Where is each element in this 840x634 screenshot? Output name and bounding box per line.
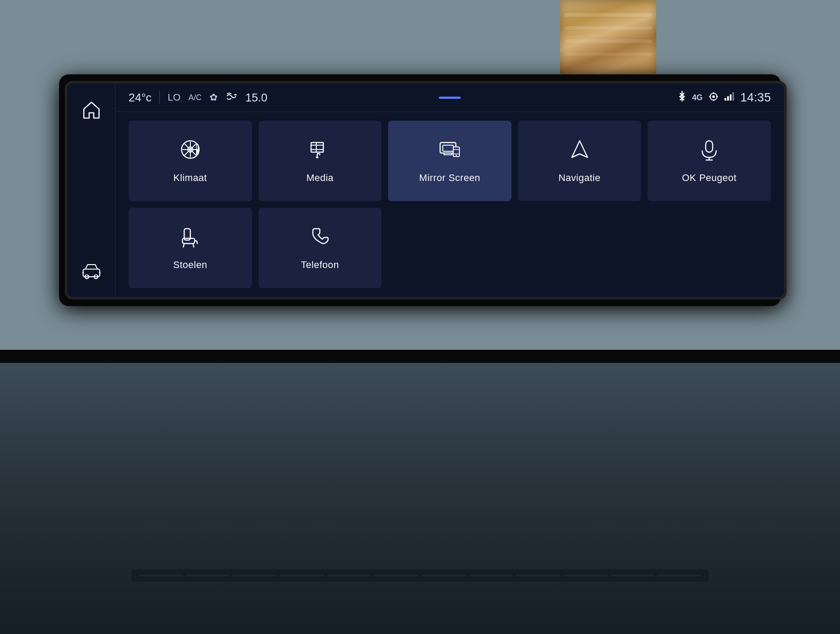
svg-rect-27	[316, 143, 323, 152]
svg-line-6	[235, 94, 236, 95]
sidebar	[67, 84, 116, 297]
ok-peugeot-tile[interactable]: OK Peugeot	[648, 121, 771, 201]
telefoon-icon	[308, 225, 331, 251]
fan-icon: ✿	[210, 92, 217, 103]
mirror-screen-tile[interactable]: Mirror Screen	[388, 121, 511, 201]
svg-rect-17	[732, 92, 734, 101]
media-icon	[308, 138, 331, 164]
bluetooth-icon	[678, 91, 686, 105]
gps-icon	[709, 92, 718, 104]
telefoon-tile[interactable]: Telefoon	[259, 208, 382, 288]
page-indicator[interactable]	[439, 97, 461, 99]
empty-tile-5	[648, 208, 771, 288]
stoelen-tile[interactable]: Stoelen	[129, 208, 252, 288]
klimaat-label: Klimaat	[173, 172, 207, 184]
empty-tile-4	[518, 208, 641, 288]
svg-point-31	[316, 157, 318, 158]
svg-rect-33	[443, 145, 453, 151]
svg-line-46	[193, 244, 194, 247]
svg-line-45	[183, 244, 184, 247]
signal-strength-icon	[724, 92, 734, 103]
svg-rect-16	[730, 94, 732, 101]
empty-tile-3	[388, 208, 511, 288]
fan-mode-display: LO	[168, 92, 180, 103]
telefoon-label: Telefoon	[301, 259, 339, 271]
media-tile[interactable]: Media	[259, 121, 382, 201]
home-button[interactable]	[78, 97, 105, 123]
svg-rect-26	[311, 143, 323, 152]
stoelen-icon	[179, 225, 202, 251]
divider	[159, 91, 160, 104]
app-row-2: Stoelen Telefoon	[129, 208, 771, 288]
svg-rect-40	[706, 141, 713, 152]
app-grid: Klimaat	[116, 112, 784, 297]
navigatie-label: Navigatie	[558, 172, 600, 184]
svg-rect-34	[444, 153, 452, 155]
status-bar: 24°c LO A/C ✿	[116, 84, 784, 112]
ok-peugeot-label: OK Peugeot	[682, 172, 737, 184]
temperature-display: 24°c	[129, 91, 151, 105]
ac-label: A/C	[189, 93, 202, 102]
car-button[interactable]	[78, 258, 105, 284]
svg-point-13	[712, 95, 715, 98]
svg-marker-39	[572, 141, 588, 157]
mirror-screen-icon	[438, 138, 461, 164]
navigatie-icon	[568, 138, 591, 164]
signal-4g-icon: 4G	[692, 93, 703, 102]
vent-strip	[131, 569, 709, 582]
klimaat-icon	[179, 138, 202, 164]
clock-display: 14:35	[740, 91, 771, 105]
app-row-1: Klimaat	[129, 121, 771, 201]
ok-peugeot-icon	[698, 138, 721, 164]
svg-point-38	[455, 155, 457, 156]
stoelen-label: Stoelen	[173, 259, 207, 271]
mirror-screen-label: Mirror Screen	[419, 172, 480, 184]
svg-rect-25	[196, 150, 198, 155]
navigatie-tile[interactable]: Navigatie	[518, 121, 641, 201]
svg-rect-15	[727, 96, 729, 101]
media-label: Media	[306, 172, 333, 184]
klimaat-tile[interactable]: Klimaat	[129, 121, 252, 201]
svg-rect-14	[724, 98, 726, 101]
airflow-icon	[225, 91, 238, 104]
fan-speed-display: 15.0	[245, 91, 268, 105]
